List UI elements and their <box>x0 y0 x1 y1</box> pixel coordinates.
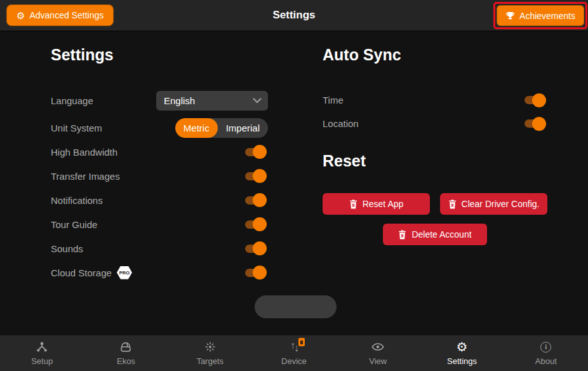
reset-title: Reset <box>323 152 547 170</box>
nav-label-device: Device <box>281 356 307 366</box>
advanced-settings-button[interactable]: ⚙ Advanced Settings <box>6 4 114 26</box>
language-dropdown[interactable]: English <box>156 91 268 111</box>
nav-tab-about[interactable]: i About <box>504 335 588 371</box>
clear-driver-config-button[interactable]: Clear Driver Config. <box>440 193 547 215</box>
gear-icon: ⚙ <box>17 11 25 20</box>
high-bandwidth-row: High Bandwidth <box>51 140 268 164</box>
tour-guide-toggle[interactable] <box>245 220 262 229</box>
observatory-dome-icon <box>119 340 133 354</box>
unit-option-imperial[interactable]: Imperial <box>218 118 268 138</box>
nav-tab-setup[interactable]: Setup <box>0 335 84 371</box>
pro-badge: PRO <box>117 266 132 280</box>
nav-label-view: View <box>369 356 387 366</box>
tour-guide-label: Tour Guide <box>51 219 97 230</box>
achievements-highlight-box: Achievements <box>493 2 587 29</box>
bottom-navigation-bar: Setup Ekos Targets ↑↓ Device View ⚙ Sett… <box>0 335 588 371</box>
nav-tab-device[interactable]: ↑↓ Device <box>252 335 336 371</box>
achievements-button[interactable]: Achievements <box>497 5 584 26</box>
achievements-label: Achievements <box>519 11 575 21</box>
location-toggle[interactable] <box>525 119 542 128</box>
delete-icon <box>448 199 457 209</box>
language-row: Language English <box>51 88 268 112</box>
auto-sync-title: Auto Sync <box>323 46 547 64</box>
sounds-label: Sounds <box>51 243 83 254</box>
nav-label-setup: Setup <box>31 356 53 366</box>
language-label: Language <box>51 95 93 106</box>
nav-tab-view[interactable]: View <box>336 335 420 371</box>
notifications-row: Notifications <box>51 188 268 212</box>
star-target-icon <box>203 340 217 354</box>
nav-tab-settings[interactable]: ⚙ Settings <box>420 335 504 371</box>
advanced-settings-label: Advanced Settings <box>29 10 104 20</box>
language-value: English <box>164 95 195 106</box>
gear-icon: ⚙ <box>457 340 468 354</box>
unit-system-label: Unit System <box>51 123 102 133</box>
empty-pill-button[interactable] <box>255 295 337 318</box>
eye-icon <box>371 340 385 354</box>
transfer-images-label: Transfer Images <box>51 171 120 182</box>
notifications-label: Notifications <box>51 195 103 206</box>
top-bar: ⚙ Advanced Settings Settings Achievement… <box>0 0 588 32</box>
info-icon: i <box>540 340 551 354</box>
cloud-storage-label: Cloud Storage <box>51 267 112 278</box>
nav-tab-ekos[interactable]: Ekos <box>84 335 168 371</box>
time-toggle[interactable] <box>525 96 542 104</box>
unit-system-segmented-control: Metric Imperial <box>175 118 268 138</box>
high-bandwidth-label: High Bandwidth <box>51 147 117 158</box>
settings-section-title: Settings <box>51 46 268 64</box>
network-nodes-icon <box>35 340 49 354</box>
notifications-toggle[interactable] <box>245 196 262 205</box>
location-label: Location <box>323 118 359 129</box>
reset-app-label: Reset App <box>363 199 404 209</box>
transfer-arrows-icon: ↑↓ <box>290 340 298 354</box>
delete-account-label: Delete Account <box>411 229 471 239</box>
time-row: Time <box>323 88 547 112</box>
nav-label-about: About <box>535 356 557 366</box>
nav-label-ekos: Ekos <box>117 356 135 366</box>
nav-label-settings: Settings <box>447 356 477 366</box>
unit-option-metric[interactable]: Metric <box>175 118 218 138</box>
tour-guide-row: Tour Guide <box>51 212 268 236</box>
trophy-icon <box>505 11 515 20</box>
delete-account-button[interactable]: Delete Account <box>383 224 486 245</box>
reset-app-button[interactable]: Reset App <box>323 193 430 215</box>
nav-tab-targets[interactable]: Targets <box>168 335 252 371</box>
cloud-storage-toggle[interactable] <box>245 269 262 277</box>
settings-section: Settings Language English Unit System Me… <box>51 46 268 285</box>
transfer-images-row: Transfer Images <box>51 164 268 188</box>
nav-label-targets: Targets <box>196 356 224 366</box>
sounds-row: Sounds <box>51 236 268 260</box>
sounds-toggle[interactable] <box>245 245 262 253</box>
cloud-storage-row: Cloud Storage PRO <box>51 260 268 285</box>
location-row: Location <box>323 112 547 135</box>
clear-driver-config-label: Clear Driver Config. <box>462 199 540 209</box>
device-notification-badge <box>298 338 305 346</box>
high-bandwidth-toggle[interactable] <box>245 148 262 156</box>
delete-icon <box>349 199 357 209</box>
page-title: Settings <box>272 9 315 22</box>
unit-system-row: Unit System Metric Imperial <box>51 116 268 140</box>
chevron-down-icon <box>253 98 262 104</box>
auto-sync-section: Auto Sync Time Location Reset Reset App … <box>323 46 547 245</box>
transfer-images-toggle[interactable] <box>245 172 262 180</box>
delete-icon <box>398 230 406 239</box>
time-label: Time <box>323 95 344 105</box>
